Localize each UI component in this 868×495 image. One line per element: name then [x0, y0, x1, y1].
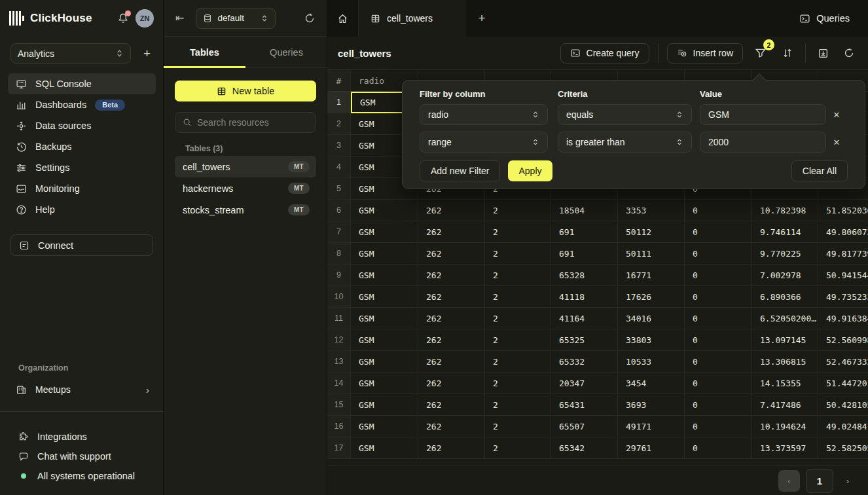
table-cell[interactable]: GSM [351, 265, 418, 286]
table-cell[interactable]: 6.52050200… [752, 308, 818, 329]
table-cell[interactable]: 2 [485, 308, 551, 329]
table-cell[interactable]: 2 [485, 437, 551, 459]
refresh-tables-icon[interactable] [304, 13, 315, 24]
database-select[interactable]: default [196, 8, 276, 29]
table-cell[interactable]: 49.024841 [818, 416, 868, 437]
workspace-select[interactable]: Analytics [10, 43, 131, 64]
table-cell[interactable]: 691 [551, 243, 618, 265]
table-cell[interactable]: 691 [551, 221, 618, 243]
table-cell[interactable]: 65332 [551, 351, 618, 373]
table-cell[interactable]: 13.373597 [752, 437, 818, 459]
table-cell[interactable]: 49.916384 [818, 308, 868, 329]
current-page[interactable]: 1 [806, 469, 833, 493]
table-cell[interactable]: 262 [418, 243, 485, 265]
sidebar-item-sql-console[interactable]: SQL Console [8, 73, 156, 94]
table-cell[interactable]: 65431 [551, 394, 618, 416]
table-cell[interactable]: 65342 [551, 437, 618, 459]
table-cell[interactable]: 262 [418, 286, 485, 308]
integrations-link[interactable]: Integrations [18, 427, 156, 447]
sidebar-item-monitoring[interactable]: Monitoring [8, 178, 156, 199]
tab-queries[interactable]: Queries [245, 37, 327, 67]
table-cell[interactable]: 33803 [618, 329, 685, 351]
sidebar-item-help[interactable]: Help [8, 199, 156, 220]
filter-criteria-select[interactable]: is greater than [558, 132, 692, 153]
table-cell[interactable]: 262 [418, 373, 485, 394]
table-cell[interactable]: 52.4673325 [818, 351, 868, 373]
table-cell[interactable]: 0 [685, 373, 752, 394]
tab-cell-towers[interactable]: cell_towers [359, 0, 466, 37]
search-resources-input[interactable] [197, 117, 308, 128]
table-cell[interactable]: 0 [685, 200, 752, 221]
table-cell[interactable]: 34016 [618, 308, 685, 329]
table-cell[interactable]: 2 [485, 265, 551, 286]
table-cell[interactable]: 3353 [618, 200, 685, 221]
queries-button[interactable]: Queries [793, 0, 868, 37]
table-cell[interactable]: 2 [485, 200, 551, 221]
table-cell[interactable]: 20347 [551, 373, 618, 394]
table-cell[interactable]: 7.002978 [752, 265, 818, 286]
download-button[interactable] [814, 45, 832, 62]
filter-criteria-select[interactable]: equals [558, 104, 692, 125]
table-cell[interactable]: 0 [685, 437, 752, 459]
sidebar-item-backups[interactable]: Backups [8, 136, 156, 157]
table-cell[interactable]: 2 [485, 286, 551, 308]
table-cell[interactable]: 49.735233 [818, 286, 868, 308]
sidebar-item-data-sources[interactable]: Data sources [8, 115, 156, 136]
add-filter-button[interactable]: Add new Filter [420, 160, 500, 181]
next-page-button[interactable]: › [839, 470, 856, 492]
table-cell[interactable]: 3693 [618, 394, 685, 416]
notifications-button[interactable] [117, 12, 129, 24]
filter-button[interactable]: 2 [751, 44, 770, 62]
avatar[interactable]: ZN [136, 9, 154, 28]
table-cell[interactable]: 2 [485, 243, 551, 265]
table-cell[interactable]: 52.582505 [818, 437, 868, 459]
table-cell[interactable]: GSM [351, 308, 418, 329]
table-cell[interactable]: 2 [485, 329, 551, 351]
prev-page-button[interactable]: ‹ [778, 470, 800, 492]
table-cell[interactable]: 65328 [551, 265, 618, 286]
new-table-button[interactable]: New table [175, 81, 316, 101]
home-button[interactable] [327, 0, 359, 37]
table-cell[interactable]: 10.782398 [752, 200, 818, 221]
table-cell[interactable]: 10.194624 [752, 416, 818, 437]
table-cell[interactable]: 2 [485, 221, 551, 243]
table-list-item-stocks-stream[interactable]: stocks_stream MT [175, 199, 316, 221]
new-tab-button[interactable]: + [466, 0, 497, 37]
clear-all-filters-button[interactable]: Clear All [791, 160, 848, 181]
table-cell[interactable]: 2 [485, 416, 551, 437]
table-cell[interactable]: 0 [685, 243, 752, 265]
system-status-link[interactable]: All systems operational [18, 466, 156, 486]
filter-value-input[interactable] [700, 104, 826, 125]
table-cell[interactable]: 65325 [551, 329, 618, 351]
table-cell[interactable]: 262 [418, 351, 485, 373]
insert-row-button[interactable]: Insert row [667, 43, 743, 64]
table-cell[interactable]: 65507 [551, 416, 618, 437]
table-cell[interactable]: 0 [685, 265, 752, 286]
remove-filter-icon[interactable]: ✕ [828, 106, 845, 123]
remove-filter-icon[interactable]: ✕ [828, 134, 845, 151]
table-cell[interactable]: 41118 [551, 286, 618, 308]
sort-button[interactable] [778, 44, 797, 62]
table-cell[interactable]: 49171 [618, 416, 685, 437]
table-cell[interactable]: 10533 [618, 351, 685, 373]
apply-filters-button[interactable]: Apply [508, 160, 552, 181]
table-cell[interactable]: 16771 [618, 265, 685, 286]
table-cell[interactable]: 9.770225 [752, 243, 818, 265]
table-cell[interactable]: 262 [418, 329, 485, 351]
search-resources-box[interactable] [175, 112, 316, 133]
table-cell[interactable]: 262 [418, 221, 485, 243]
table-cell[interactable]: 262 [418, 394, 485, 416]
tab-tables[interactable]: Tables [164, 37, 245, 67]
table-cell[interactable]: 0 [685, 221, 752, 243]
table-cell[interactable]: 50111 [618, 243, 685, 265]
filter-column-select[interactable]: radio [420, 104, 548, 125]
sidebar-item-dashboards[interactable]: Dashboards Beta [8, 94, 156, 115]
table-cell[interactable]: 29761 [618, 437, 685, 459]
table-cell[interactable]: 14.15355 [752, 373, 818, 394]
table-cell[interactable]: 262 [418, 416, 485, 437]
table-cell[interactable]: 51.852036 [818, 200, 868, 221]
table-cell[interactable]: GSM [351, 394, 418, 416]
collapse-panel-icon[interactable]: ⇤ [175, 12, 184, 24]
table-cell[interactable]: 41164 [551, 308, 618, 329]
table-cell[interactable]: 0 [685, 308, 752, 329]
